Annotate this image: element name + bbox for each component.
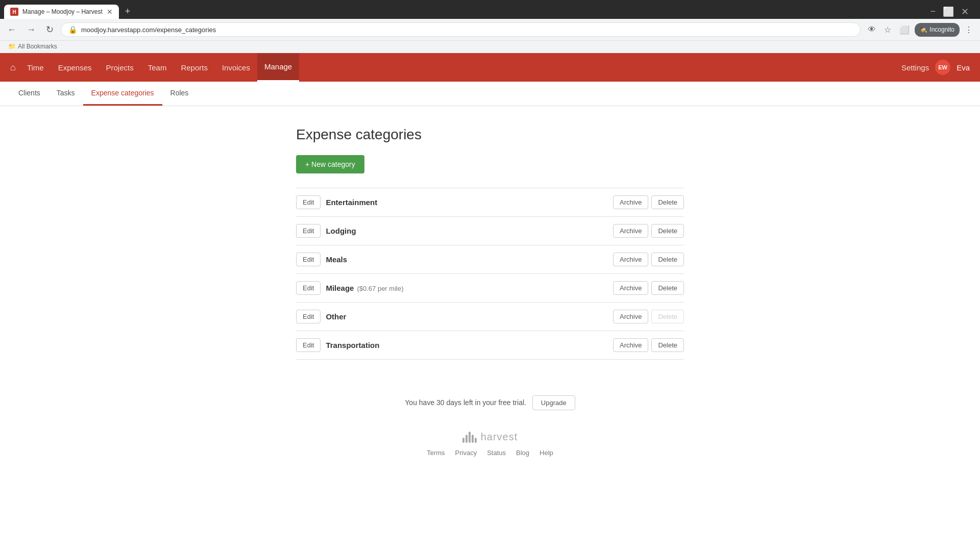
footer-status[interactable]: Status [487, 449, 506, 457]
delete-button[interactable]: Delete [651, 195, 684, 209]
incognito-icon: 🕵 [920, 26, 927, 33]
delete-button: Delete [651, 310, 684, 323]
edit-button[interactable]: Edit [296, 338, 321, 352]
top-nav: ⌂ Time Expenses Projects Team Reports In… [0, 53, 980, 82]
nav-projects[interactable]: Projects [99, 53, 141, 82]
bar4 [472, 435, 474, 443]
folder-icon: 📁 [8, 43, 16, 50]
minimize-icon[interactable]: − [927, 6, 939, 17]
trial-banner: You have 30 days left in your free trial… [0, 380, 980, 420]
row-actions: ArchiveDelete [613, 338, 684, 352]
tab-tasks[interactable]: Tasks [48, 82, 83, 106]
delete-button[interactable]: Delete [651, 253, 684, 266]
row-actions: ArchiveDelete [613, 310, 684, 323]
refresh-button[interactable]: ↻ [43, 22, 57, 37]
logo-container: harvest [462, 431, 518, 443]
archive-button[interactable]: Archive [613, 195, 648, 209]
tab-roles[interactable]: Roles [162, 82, 197, 106]
category-name: Meals [326, 255, 608, 264]
back-button[interactable]: ← [4, 22, 19, 37]
nav-expenses[interactable]: Expenses [51, 53, 99, 82]
row-actions: ArchiveDelete [613, 281, 684, 295]
maximize-icon[interactable]: ⬜ [940, 6, 957, 17]
eye-slash-icon[interactable]: 👁 [865, 23, 879, 37]
table-row: EditEntertainmentArchiveDelete [296, 188, 684, 217]
table-row: EditMileage($0.67 per mile)ArchiveDelete [296, 274, 684, 303]
harvest-logo: harvest [0, 431, 980, 443]
nav-reports[interactable]: Reports [174, 53, 215, 82]
row-actions: ArchiveDelete [613, 224, 684, 238]
close-icon[interactable]: ✕ [958, 6, 972, 17]
row-actions: ArchiveDelete [613, 195, 684, 209]
address-bar[interactable]: 🔒 moodjoy.harvestapp.com/expense_categor… [61, 22, 861, 37]
nav-time[interactable]: Time [20, 53, 51, 82]
logo-text: harvest [481, 431, 518, 443]
nav-username[interactable]: Eva [957, 63, 970, 72]
footer-links: Terms Privacy Status Blog Help [0, 449, 980, 457]
bookmarks-bar: 📁 All Bookmarks [0, 40, 980, 53]
edit-button[interactable]: Edit [296, 253, 321, 266]
tab-title: Manage – Moodjoy – Harvest [22, 8, 103, 15]
category-note: ($0.67 per mile) [357, 285, 403, 292]
bar1 [462, 438, 464, 443]
main-content: Expense categories + New category EditEn… [286, 106, 694, 380]
category-name: Mileage($0.67 per mile) [326, 284, 608, 292]
archive-button[interactable]: Archive [613, 224, 648, 238]
nav-invoices[interactable]: Invoices [215, 53, 257, 82]
profile-icon[interactable]: ⬜ [896, 23, 913, 37]
tab-close-icon[interactable]: ✕ [107, 8, 113, 16]
url-text: moodjoy.harvestapp.com/expense_categorie… [81, 26, 853, 34]
table-row: EditMealsArchiveDelete [296, 245, 684, 274]
archive-button[interactable]: Archive [613, 310, 648, 323]
sub-nav: Clients Tasks Expense categories Roles [0, 82, 980, 106]
archive-button[interactable]: Archive [613, 281, 648, 295]
avatar: EW [935, 60, 950, 75]
browser-toolbar: ← → ↻ 🔒 moodjoy.harvestapp.com/expense_c… [0, 19, 980, 40]
delete-button[interactable]: Delete [651, 281, 684, 295]
bookmark-icon[interactable]: ☆ [881, 23, 894, 37]
incognito-label: Incognito [929, 26, 954, 33]
tab-favicon: H [10, 8, 18, 16]
menu-icon[interactable]: ⋮ [962, 23, 976, 37]
all-bookmarks-folder[interactable]: 📁 All Bookmarks [4, 42, 61, 51]
nav-team[interactable]: Team [141, 53, 174, 82]
nav-manage[interactable]: Manage [257, 53, 299, 82]
delete-button[interactable]: Delete [651, 338, 684, 352]
category-name: Other [326, 312, 608, 321]
browser-tab[interactable]: H Manage – Moodjoy – Harvest ✕ [4, 5, 119, 19]
logo-icon [462, 431, 477, 443]
app: ⌂ Time Expenses Projects Team Reports In… [0, 53, 980, 472]
bar5 [475, 438, 477, 443]
bar3 [469, 432, 471, 443]
tab-clients[interactable]: Clients [10, 82, 48, 106]
footer-privacy[interactable]: Privacy [455, 449, 477, 457]
archive-button[interactable]: Archive [613, 253, 648, 266]
trial-text: You have 30 days left in your free trial… [405, 398, 526, 407]
table-row: EditOtherArchiveDelete [296, 303, 684, 331]
footer-blog[interactable]: Blog [516, 449, 529, 457]
footer-help[interactable]: Help [540, 449, 553, 457]
edit-button[interactable]: Edit [296, 224, 321, 238]
table-row: EditLodgingArchiveDelete [296, 217, 684, 245]
footer-terms[interactable]: Terms [427, 449, 445, 457]
forward-button[interactable]: → [23, 22, 39, 37]
edit-button[interactable]: Edit [296, 195, 321, 209]
categories-table: EditEntertainmentArchiveDeleteEditLodgin… [296, 188, 684, 360]
edit-button[interactable]: Edit [296, 281, 321, 295]
window-controls: − ⬜ ✕ [927, 6, 972, 17]
new-category-button[interactable]: + New category [296, 155, 364, 173]
home-icon[interactable]: ⌂ [10, 62, 16, 73]
bookmarks-label: All Bookmarks [18, 43, 57, 50]
lock-icon: 🔒 [68, 26, 77, 34]
category-name: Entertainment [326, 198, 608, 207]
category-name: Lodging [326, 227, 608, 235]
upgrade-button[interactable]: Upgrade [532, 395, 575, 410]
page-title: Expense categories [296, 127, 684, 143]
category-name: Transportation [326, 341, 608, 349]
edit-button[interactable]: Edit [296, 310, 321, 323]
delete-button[interactable]: Delete [651, 224, 684, 238]
tab-expense-categories[interactable]: Expense categories [83, 82, 162, 106]
new-tab-button[interactable]: + [121, 4, 135, 19]
nav-settings-link[interactable]: Settings [901, 63, 929, 72]
archive-button[interactable]: Archive [613, 338, 648, 352]
